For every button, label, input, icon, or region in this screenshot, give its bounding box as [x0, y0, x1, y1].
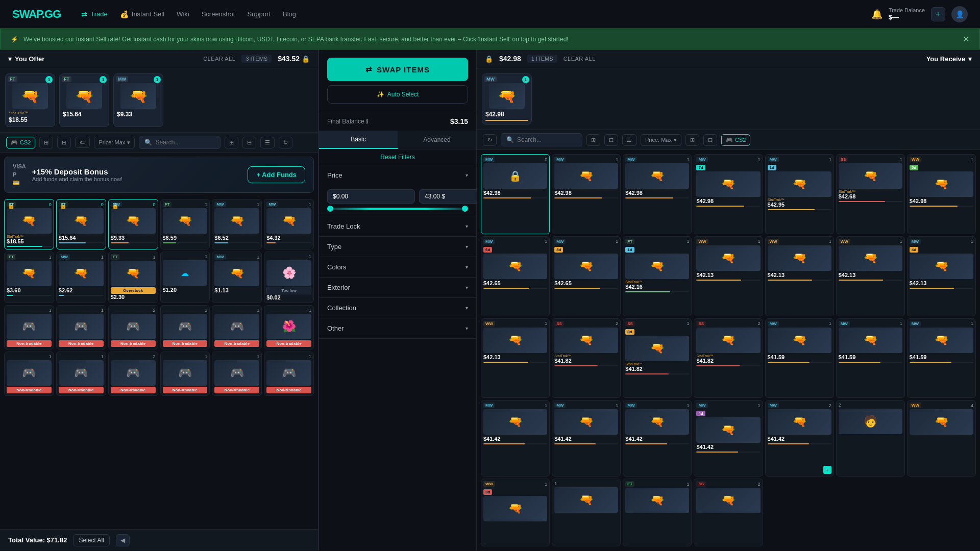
- left-inv-item-19[interactable]: 1 🎮 Non-tradable: [4, 352, 54, 396]
- right-item-30[interactable]: 1 🔫: [552, 479, 621, 546]
- price-slider-max-dot[interactable]: [462, 206, 468, 212]
- right-item-32[interactable]: SS 2 🔫: [694, 479, 763, 546]
- right-item-22[interactable]: MW 1 🔫 $41.42: [481, 400, 550, 477]
- left-inv-item-22[interactable]: 1 🎮 Non-tradable: [160, 352, 210, 396]
- right-item-21[interactable]: MW 1 🔫 $41.59: [907, 318, 976, 398]
- right-item-17[interactable]: SS 1 8d 🔫 StatTrak™ $41.82: [623, 318, 692, 398]
- refresh-button[interactable]: ↻: [279, 137, 292, 148]
- left-inv-item-14[interactable]: 1 🎮 Non-tradable: [56, 305, 106, 349]
- left-inv-item-8[interactable]: MW 1 🔫 $2.62: [56, 252, 106, 303]
- offer-item-1[interactable]: FT 1 🔫 StatTrak™ $18.55: [5, 73, 55, 127]
- nav-blog[interactable]: Blog: [283, 10, 296, 18]
- right-item-12[interactable]: WW 1 🔫 $42.13: [765, 236, 834, 316]
- left-inv-item-1[interactable]: FT 0 🔒 🔫 StatTrak™ $18.55: [4, 199, 54, 249]
- auto-select-button[interactable]: ✨ Auto Select: [327, 85, 468, 104]
- nav-instant-sell[interactable]: 💰 Instant Sell: [120, 10, 164, 18]
- left-inv-item-21[interactable]: 2 🎮 Non-tradable: [108, 352, 158, 396]
- tab-advanced[interactable]: Advanced: [398, 131, 476, 149]
- offer-item-2[interactable]: FT 1 🔫 $15.64: [59, 73, 109, 127]
- left-inv-item-11[interactable]: MW 1 🔫 $1.13: [212, 252, 262, 303]
- right-item-10[interactable]: FT 1 1d 🔫 StatTrak™ $42.16: [623, 236, 692, 316]
- left-inv-item-17[interactable]: 1 🎮 Non-tradable: [212, 305, 262, 349]
- right-item-28[interactable]: WW 4 🔫: [907, 400, 976, 477]
- refresh-right-button[interactable]: ↻: [483, 134, 497, 146]
- offer-item-3[interactable]: MW 1 🔫 $9.33: [113, 73, 163, 127]
- left-inv-item-6[interactable]: MW 1 🔫 $4.32: [264, 199, 314, 249]
- left-inv-item-12[interactable]: 1 🌸 Too low $0.02: [264, 252, 314, 303]
- nav-trade[interactable]: ⇄ Trade: [81, 10, 107, 18]
- add-icon[interactable]: +: [823, 466, 831, 474]
- reset-filters-button[interactable]: Reset Filters: [319, 149, 476, 165]
- right-item-15[interactable]: WW 1 🔫 $42.13: [481, 318, 550, 398]
- right-item-24[interactable]: MW 1 🔫 $41.42: [623, 400, 692, 477]
- right-item-8[interactable]: MW 1 6d 🔫 $42.65: [481, 236, 550, 316]
- left-search-box[interactable]: 🔍: [139, 136, 220, 149]
- right-item-20[interactable]: MW 1 🔫 $41.59: [836, 318, 905, 398]
- right-item-11[interactable]: WW 1 🔫 $42.13: [694, 236, 763, 316]
- right-item-25[interactable]: MW 1 4d 🔫 $41.42: [694, 400, 763, 477]
- left-inv-item-13[interactable]: 1 🎮 Non-tradable: [4, 305, 54, 349]
- left-inv-item-7[interactable]: FT 1 🔫 $3.60: [4, 252, 54, 303]
- left-inv-item-4[interactable]: FT 1 🔫 $6.59: [160, 199, 210, 249]
- right-item-13[interactable]: WW 1 🔫 $42.13: [836, 236, 905, 316]
- image-view-button[interactable]: ⊞: [225, 137, 238, 148]
- left-inv-item-5[interactable]: MW 1 🔫 $6.52: [212, 199, 262, 249]
- right-layout-btn-1[interactable]: ⊞: [685, 134, 699, 146]
- right-item-2[interactable]: MW 1 🔫 $42.98: [552, 154, 621, 234]
- filter-type-header[interactable]: Type ▾: [319, 237, 476, 257]
- left-inv-item-16[interactable]: 1 🎮 Non-tradable: [160, 305, 210, 349]
- left-search-input[interactable]: [155, 139, 215, 146]
- right-cs2-filter[interactable]: 🎮 CS2: [721, 134, 750, 146]
- add-funds-nav-button[interactable]: +: [931, 7, 945, 21]
- filter-price-header[interactable]: Price ▾: [319, 165, 476, 185]
- right-item-29[interactable]: WW 1 3d 🔫: [481, 479, 550, 546]
- right-item-23[interactable]: MW 1 🔫 $41.42: [552, 400, 621, 477]
- left-inv-item-10[interactable]: 1 ☁ $1.20: [160, 252, 210, 303]
- add-funds-button[interactable]: + Add Funds: [248, 166, 305, 183]
- filter-exterior-header[interactable]: Exterior ▾: [319, 278, 476, 297]
- right-item-3[interactable]: MW 1 🔫 $42.98: [623, 154, 692, 234]
- select-all-button[interactable]: Select All: [73, 534, 109, 546]
- nav-screenshot[interactable]: Screenshot: [202, 10, 235, 18]
- right-item-19[interactable]: MW 1 🔫 $41.59: [765, 318, 834, 398]
- layout-button-2[interactable]: ⊟: [57, 137, 71, 148]
- nav-wiki[interactable]: Wiki: [177, 10, 189, 18]
- price-slider-min-dot[interactable]: [327, 206, 333, 212]
- collapse-button[interactable]: ◀: [116, 534, 130, 546]
- right-item-5[interactable]: MW 1 1d 🔫 StatTrak™ $42.95: [765, 154, 834, 234]
- right-item-6[interactable]: SS 1 🔫 StatTrak™ $42.68: [836, 154, 905, 234]
- list-view-button[interactable]: ☰: [260, 137, 275, 148]
- right-item-18[interactable]: SS 2 🔫 StatTrak™ $41.82: [694, 318, 763, 398]
- tab-basic[interactable]: Basic: [319, 131, 398, 149]
- right-item-14[interactable]: MW 1 4d 🔫 $42.13: [907, 236, 976, 316]
- clear-all-button-left[interactable]: CLEAR ALL: [203, 56, 235, 62]
- left-inv-item-2[interactable]: FT 0 🔒 🔫 $15.64: [56, 199, 106, 249]
- left-inv-item-3[interactable]: MW 0 🔒 🔫 $9.33: [108, 199, 158, 249]
- left-inv-item-20[interactable]: 1 🎮 Non-tradable: [56, 352, 106, 396]
- nav-support[interactable]: Support: [247, 10, 271, 18]
- left-inv-item-9[interactable]: FT 1 🔫 Overstock $2.30: [108, 252, 158, 303]
- cs2-filter-button[interactable]: 🎮 CS2: [6, 137, 35, 148]
- filter-colors-header[interactable]: Colors ▾: [319, 257, 476, 277]
- right-item-9[interactable]: MW 1 8d 🔫 $42.65: [552, 236, 621, 316]
- left-inv-item-23[interactable]: 1 🎮 Non-tradable: [212, 352, 262, 396]
- price-slider[interactable]: [327, 208, 468, 210]
- clear-all-button-right[interactable]: CLEAR ALL: [564, 56, 596, 62]
- filter-other-header[interactable]: Other ▾: [319, 318, 476, 338]
- banner-close-button[interactable]: ✕: [963, 34, 969, 44]
- right-item-1[interactable]: MW 0 🔒 $42.98: [481, 154, 550, 234]
- right-img-view-btn[interactable]: ⊞: [586, 134, 600, 146]
- right-item-27[interactable]: 2 🧑: [836, 400, 905, 477]
- right-layout-btn-2[interactable]: ⊟: [703, 134, 717, 146]
- price-min-input[interactable]: [327, 189, 415, 204]
- layout-button-1[interactable]: ⊞: [39, 137, 53, 148]
- right-item-26[interactable]: MW 2 🔫 $41.42 +: [765, 400, 834, 477]
- left-inv-item-18[interactable]: 1 🌺 Non-tradable: [264, 305, 314, 349]
- left-inv-item-24[interactable]: 1 🎮 Non-tradable: [264, 352, 314, 396]
- right-price-sort[interactable]: Price: Max ▾: [641, 134, 681, 146]
- right-grid-view-btn[interactable]: ⊟: [604, 134, 618, 146]
- tag-button[interactable]: 🏷: [75, 137, 90, 148]
- right-item-4[interactable]: MW 1 7d 🔫 $42.98: [694, 154, 763, 234]
- right-search-box[interactable]: 🔍: [501, 133, 582, 146]
- right-item-7[interactable]: WW 1 5d 🔫 $42.98: [907, 154, 976, 234]
